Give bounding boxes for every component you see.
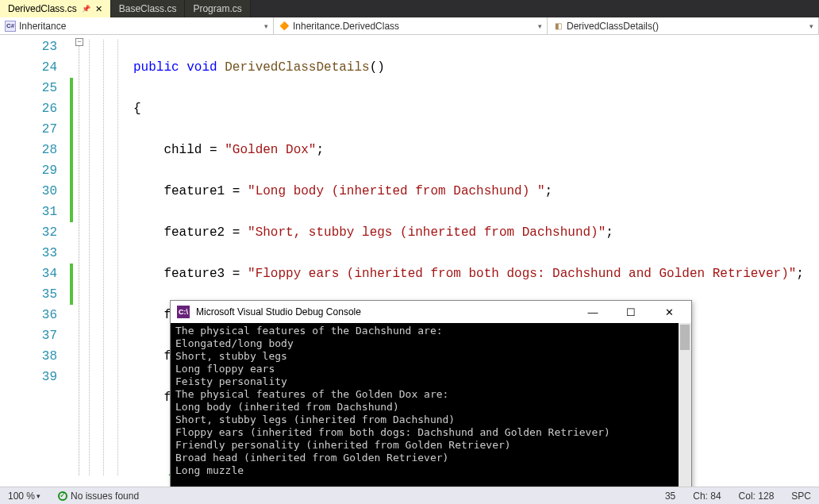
navigation-bar: C# Inheritance ▾ 🔶 Inheritance.DerivedCl… <box>0 17 819 35</box>
scrollbar-thumb[interactable] <box>680 325 690 350</box>
console-title-bar[interactable]: C:\ Microsoft Visual Studio Debug Consol… <box>171 301 691 323</box>
code-outline-bar[interactable]: − <box>75 35 86 475</box>
issues-indicator[interactable]: No issues found <box>55 491 142 502</box>
tab-baseclass[interactable]: BaseClass.cs <box>111 0 186 17</box>
chevron-down-icon: ▾ <box>264 22 268 30</box>
debug-console-window[interactable]: C:\ Microsoft Visual Studio Debug Consol… <box>170 300 692 502</box>
zoom-label: 100 % <box>8 491 35 502</box>
status-indent-mode[interactable]: SPC <box>788 491 814 502</box>
console-line: Friendly personality (inherited from Gol… <box>175 439 686 452</box>
tab-label: Program.cs <box>193 3 241 14</box>
class-dropdown[interactable]: 🔶 Inheritance.DerivedClass ▾ <box>274 17 548 34</box>
console-title-text: Microsoft Visual Studio Debug Console <box>196 306 361 317</box>
console-line: Elongated/long body <box>175 337 686 350</box>
chevron-down-icon: ▾ <box>37 492 40 500</box>
status-bar: 100 % ▾ No issues found 35 Ch: 84 Col: 1… <box>0 487 819 504</box>
close-button[interactable]: ✕ <box>653 306 685 318</box>
file-tab-bar: DerivedClass.cs 📌 ✕ BaseClass.cs Program… <box>0 0 819 17</box>
console-line: Long body (inherited from Dachshund) <box>175 401 686 414</box>
status-ch: Ch: 84 <box>690 491 724 502</box>
zoom-control[interactable]: 100 % ▾ <box>5 491 44 502</box>
pin-icon[interactable]: 📌 <box>82 5 90 13</box>
class-icon: 🔶 <box>279 21 290 32</box>
tab-derivedclass[interactable]: DerivedClass.cs 📌 ✕ <box>0 0 111 17</box>
line-number-gutter: 23 24 25 26 27 28 29 30 31 32 33 34 35 3… <box>0 35 70 475</box>
maximize-button[interactable]: ☐ <box>615 306 647 318</box>
console-line: The physical features of the Dachshund a… <box>175 325 686 337</box>
close-icon[interactable]: ✕ <box>95 4 102 14</box>
console-line: Long floppy ears <box>175 363 686 375</box>
tab-label: BaseClass.cs <box>119 3 177 14</box>
console-line: Floppy ears (inherited from both dogs: D… <box>175 426 686 439</box>
console-line: Short, stubby legs (inherited from Dachs… <box>175 414 686 426</box>
minimize-button[interactable]: — <box>577 306 609 318</box>
status-col: Col: 128 <box>736 491 778 502</box>
console-output[interactable]: The physical features of the Dachshund a… <box>171 323 691 501</box>
console-line: Short, stubby legs <box>175 350 686 363</box>
console-line: Long muzzle <box>175 464 686 477</box>
issues-label: No issues found <box>71 491 139 502</box>
class-dropdown-label: Inheritance.DerivedClass <box>293 21 399 32</box>
vs-console-icon: C:\ <box>177 306 190 318</box>
member-dropdown-label: DerivedClassDetails() <box>567 21 659 32</box>
console-line: The physical features of the Golden Dox … <box>175 388 686 401</box>
indent-guides <box>86 35 133 475</box>
chevron-down-icon: ▾ <box>809 22 813 30</box>
csharp-project-icon: C# <box>5 21 16 32</box>
method-icon: ◧ <box>552 21 563 32</box>
tab-label: DerivedClass.cs <box>8 3 77 14</box>
status-line-partial: 35 <box>662 491 679 502</box>
tab-program[interactable]: Program.cs <box>185 0 250 17</box>
console-line: Feisty personality <box>175 375 686 388</box>
project-dropdown[interactable]: C# Inheritance ▾ <box>0 17 274 34</box>
chevron-down-icon: ▾ <box>538 22 542 30</box>
member-dropdown[interactable]: ◧ DerivedClassDetails() ▾ <box>548 17 819 34</box>
console-line: Broad head (inherited from Golden Retrie… <box>175 452 686 464</box>
project-dropdown-label: Inheritance <box>19 21 66 32</box>
check-icon <box>58 491 67 501</box>
console-scrollbar[interactable] <box>679 323 691 501</box>
collapse-toggle-icon[interactable]: − <box>75 38 83 46</box>
